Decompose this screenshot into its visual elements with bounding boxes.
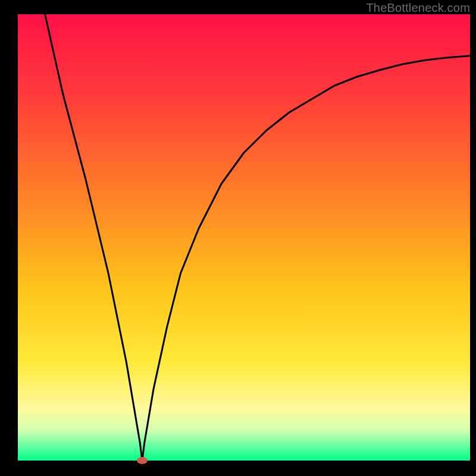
attribution-label: TheBottleneck.com bbox=[366, 1, 470, 15]
minimum-marker bbox=[137, 457, 148, 464]
bottleneck-chart bbox=[0, 0, 476, 476]
chart-frame: TheBottleneck.com bbox=[0, 0, 476, 476]
plot-background bbox=[18, 14, 470, 461]
